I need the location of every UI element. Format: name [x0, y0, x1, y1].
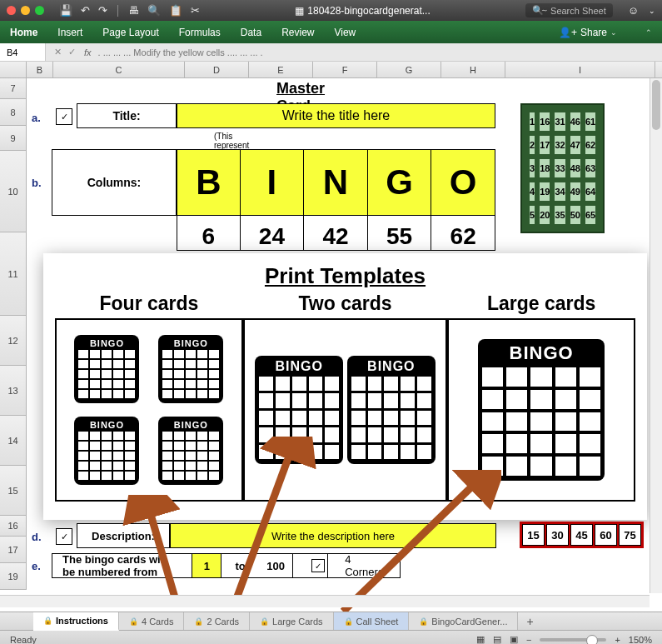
red-cell: 60 — [595, 524, 617, 546]
search-icon: 🔍 ̴ — [532, 5, 547, 16]
col-f[interactable]: F — [313, 62, 377, 77]
print-icon[interactable]: 🖶 — [128, 4, 139, 17]
bingo-col-G[interactable]: G — [368, 149, 432, 216]
bingo-num-cell[interactable]: 24 — [241, 216, 305, 251]
green-cell: 16 — [539, 112, 550, 132]
two-cards-column: Two cards BINGOBINGO — [243, 292, 447, 502]
green-cell: 31 — [554, 112, 565, 132]
undo-icon[interactable]: ↶ — [81, 4, 90, 17]
sheet-tab-instructions[interactable]: 🔒Instructions — [33, 612, 119, 631]
bingo-num-cell[interactable]: 55 — [368, 216, 432, 251]
col-b[interactable]: B — [27, 62, 53, 77]
share-button[interactable]: 👤+ Share ⌄ — [559, 27, 617, 38]
green-cell: 2 — [529, 135, 535, 155]
zoom-out-button[interactable]: − — [526, 635, 531, 645]
cancel-formula-icon[interactable]: ✕ — [54, 47, 62, 57]
fx-icon[interactable]: fx — [84, 47, 92, 57]
redo-icon[interactable]: ↷ — [98, 4, 107, 17]
green-cell: 1 — [529, 112, 535, 132]
row-13[interactable]: 13 — [0, 366, 27, 416]
tab-home[interactable]: Home — [10, 27, 37, 38]
vertical-scrollbar[interactable] — [650, 78, 662, 593]
col-g[interactable]: G — [377, 62, 441, 77]
bingo-card-icon: BINGO — [74, 335, 139, 403]
chevron-down-icon[interactable]: ⌄ — [649, 7, 655, 15]
bingo-col-B[interactable]: B — [177, 149, 241, 216]
row-12[interactable]: 12 — [0, 316, 27, 366]
title-checkbox[interactable]: ✓ — [56, 108, 72, 125]
bingo-col-I[interactable]: I — [241, 149, 305, 216]
zoom-icon[interactable]: 🔍 — [147, 4, 161, 17]
row-10[interactable]: 10 — [0, 151, 27, 232]
title-input-cell[interactable]: Write the title here — [177, 103, 495, 128]
feedback-icon[interactable]: ☺ — [628, 4, 639, 17]
number-from-input[interactable]: 1 — [192, 554, 221, 577]
clear-icon[interactable]: ✂ — [191, 4, 200, 17]
row-17[interactable]: 17 — [0, 537, 27, 563]
row-14[interactable]: 14 — [0, 416, 27, 466]
paste-icon[interactable]: 📋 — [169, 4, 182, 17]
close-window-button[interactable] — [7, 6, 16, 15]
window-titlebar: 💾 ↶ ↷ 🖶 🔍 📋 ✂ ▦ 180428-bingocardgenerat.… — [0, 0, 662, 21]
view-pagebreak-icon[interactable]: ▣ — [510, 634, 518, 644]
tab-insert[interactable]: Insert — [57, 27, 82, 38]
bingo-num-cell[interactable]: 62 — [431, 216, 495, 251]
bingo-card-icon: BINGO — [347, 356, 436, 464]
sheet-grid[interactable]: 789101112131415161719 Master Card a. ✓ T… — [0, 78, 662, 612]
green-cell: 3 — [529, 158, 535, 178]
sheet-tab-largecards[interactable]: 🔒Large Cards — [250, 612, 334, 630]
four-corners-checkbox[interactable]: ✓ — [308, 554, 328, 577]
row-15[interactable]: 15 — [0, 466, 27, 516]
view-pagelayout-icon[interactable]: ▤ — [493, 634, 501, 644]
tab-view[interactable]: View — [334, 27, 356, 38]
green-cell: 33 — [554, 158, 565, 178]
row-8[interactable]: 8 — [0, 99, 27, 126]
tab-review[interactable]: Review — [281, 27, 314, 38]
sheet-tab-callsheet[interactable]: 🔒Call Sheet — [334, 612, 410, 630]
two-cards-preview[interactable]: BINGOBINGO — [243, 318, 447, 502]
col-e[interactable]: E — [249, 62, 313, 77]
horizontal-scrollbar[interactable] — [0, 595, 650, 607]
large-cards-preview[interactable]: BINGO — [447, 318, 635, 502]
select-all-corner[interactable] — [0, 62, 27, 77]
green-cell: 47 — [570, 135, 581, 155]
add-sheet-button[interactable]: + — [518, 612, 541, 630]
bingo-col-O[interactable]: O — [431, 149, 495, 216]
tab-data[interactable]: Data — [241, 27, 261, 38]
numbering-text: The bingo cards will be numbered from — [52, 553, 192, 578]
col-c[interactable]: C — [53, 62, 185, 77]
zoom-slider[interactable] — [540, 638, 606, 642]
row-11[interactable]: 11 — [0, 232, 27, 316]
bingo-num-cell[interactable]: 6 — [177, 216, 241, 251]
zoom-level[interactable]: 150% — [629, 635, 652, 645]
sheet-search[interactable]: 🔍 ̴ Search Sheet — [525, 3, 613, 17]
name-box[interactable]: B4 — [0, 43, 46, 61]
row-19[interactable]: 19 — [0, 563, 27, 590]
formula-value[interactable]: . ... ... ... Modify the yellow cells ..… — [98, 47, 263, 57]
green-cell: 19 — [539, 182, 550, 202]
col-i[interactable]: I — [505, 62, 655, 77]
description-checkbox[interactable]: ✓ — [56, 528, 72, 545]
zoom-window-button[interactable] — [35, 6, 44, 15]
save-icon[interactable]: 💾 — [59, 4, 72, 17]
col-h[interactable]: H — [441, 62, 505, 77]
view-normal-icon[interactable]: ▦ — [476, 634, 485, 644]
tab-page-layout[interactable]: Page Layout — [102, 27, 158, 38]
minimize-window-button[interactable] — [21, 6, 30, 15]
description-input-cell[interactable]: Write the description here — [170, 523, 496, 548]
sheet-tab-4cards[interactable]: 🔒4 Cards — [119, 612, 185, 630]
row-9[interactable]: 9 — [0, 126, 27, 151]
tab-formulas[interactable]: Formulas — [179, 27, 221, 38]
col-d[interactable]: D — [185, 62, 249, 77]
confirm-formula-icon[interactable]: ✓ — [68, 47, 76, 57]
row-label-e: e. — [32, 560, 41, 572]
sheet-tab-bingocardgen[interactable]: 🔒BingoCardGener... — [409, 612, 518, 630]
zoom-in-button[interactable]: + — [615, 635, 620, 645]
row-16[interactable]: 16 — [0, 516, 27, 537]
four-cards-preview[interactable]: BINGOBINGOBINGOBINGO — [55, 318, 243, 502]
bingo-num-cell[interactable]: 42 — [304, 216, 368, 251]
bingo-col-N[interactable]: N — [304, 149, 368, 216]
row-7[interactable]: 7 — [0, 78, 27, 99]
ribbon-toggle-icon[interactable]: ⌃ — [645, 28, 652, 37]
sheet-tab-2cards[interactable]: 🔒2 Cards — [184, 612, 250, 630]
